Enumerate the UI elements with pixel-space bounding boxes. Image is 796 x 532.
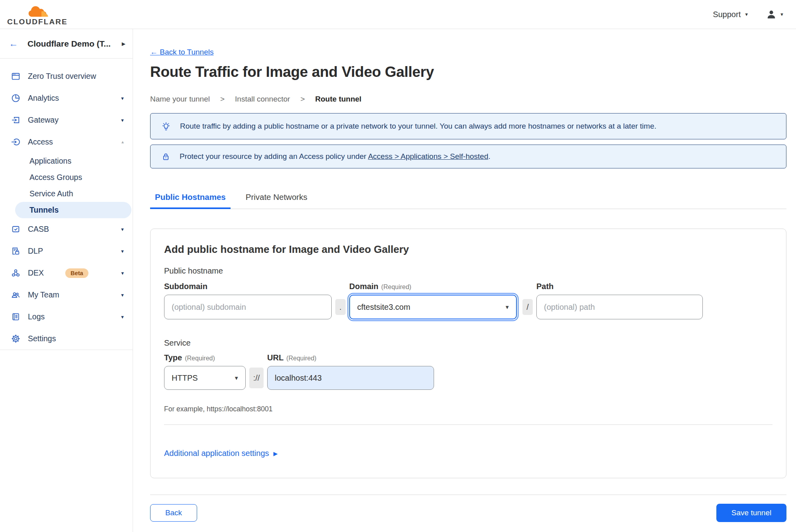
card-heading: Add public hostname for Image and Video … (164, 243, 773, 256)
gateway-icon (10, 115, 21, 125)
additional-settings-toggle[interactable]: Additional application settings ▶ (164, 449, 278, 458)
top-header: CLOUDFLARE Support ▼ ▼ (0, 0, 796, 29)
required-hint: (Required) (381, 284, 411, 290)
sidebar-item-label: CASB (28, 225, 120, 234)
support-menu[interactable]: Support ▼ (713, 10, 749, 19)
step-name-your-tunnel[interactable]: Name your tunnel (150, 95, 210, 104)
type-label: Type(Required) (164, 353, 246, 362)
domain-label: Domain(Required) (349, 282, 517, 291)
user-menu[interactable]: ▼ (766, 9, 784, 20)
main-content: ← Back to Tunnels Route Traffic for Imag… (133, 29, 796, 532)
path-label: Path (536, 282, 703, 291)
chevron-down-icon: ▼ (120, 227, 125, 232)
subdomain-input[interactable] (164, 295, 332, 319)
domain-select[interactable]: cftestsite3.com ▼ (349, 295, 517, 319)
sidebar-item-label: Tunnels (29, 205, 59, 215)
sidebar-item-tunnels[interactable]: Tunnels (15, 202, 131, 218)
support-label: Support (713, 10, 741, 19)
chevron-down-icon: ▼ (120, 96, 125, 101)
dot-separator: . (335, 299, 346, 315)
user-avatar-icon (766, 9, 776, 20)
tab-private-networks[interactable]: Private Networks (241, 192, 312, 209)
sidebar: ← Cloudflare Demo (T... ▶ Zero Trust ove… (0, 29, 133, 532)
window-icon (10, 71, 21, 82)
chevron-down-icon: ▼ (120, 249, 125, 254)
people-icon (10, 289, 21, 300)
sidebar-item-zero-trust-overview[interactable]: Zero Trust overview (0, 65, 133, 87)
sidebar-item-label: Service Auth (29, 189, 73, 198)
subdomain-label: Subdomain (164, 282, 332, 291)
tip-banner-text: Route traffic by adding a public hostnam… (180, 122, 656, 131)
step-separator: > (220, 95, 225, 104)
account-switcher[interactable]: ← Cloudflare Demo (T... ▶ (0, 29, 133, 59)
sidebar-item-label: Settings (28, 334, 125, 343)
sidebar-item-access-groups[interactable]: Access Groups (0, 169, 133, 186)
arrow-left-icon[interactable]: ← (9, 39, 18, 48)
breadcrumb-steps: Name your tunnel > Install connector > R… (150, 95, 786, 104)
hostname-row: Subdomain . Domain(Required) cftestsite3… (164, 282, 773, 319)
public-hostname-label: Public hostname (164, 266, 773, 276)
back-link-label: Back to Tunnels (160, 48, 213, 56)
service-type-select[interactable]: HTTPS ▼ (164, 366, 246, 390)
back-to-tunnels-link[interactable]: ← Back to Tunnels (150, 48, 213, 57)
chevron-up-icon: ▲ (121, 140, 125, 144)
chevron-down-icon: ▼ (234, 375, 239, 381)
brand-wordmark: CLOUDFLARE (7, 19, 64, 25)
service-label: Service (164, 338, 773, 348)
sidebar-item-settings[interactable]: Settings (0, 328, 133, 350)
sidebar-item-dex[interactable]: DEX Beta ▼ (0, 262, 133, 284)
pie-chart-icon (10, 93, 21, 104)
sidebar-item-label: Applications (29, 156, 71, 166)
sidebar-item-label: Zero Trust overview (28, 72, 125, 81)
sidebar-item-label: Analytics (28, 94, 120, 103)
domain-select-value: cftestsite3.com (357, 303, 410, 312)
save-tunnel-button[interactable]: Save tunnel (716, 504, 786, 522)
sidebar-item-label: Access (28, 137, 121, 147)
arrow-left-icon: ← (150, 48, 158, 56)
sidebar-item-casb[interactable]: CASB ▼ (0, 218, 133, 240)
tab-public-hostnames[interactable]: Public Hostnames (150, 192, 231, 209)
footer-actions: Back Save tunnel (150, 504, 786, 522)
chevron-down-icon: ▼ (120, 293, 125, 297)
casb-check-icon (10, 224, 21, 235)
sidebar-item-analytics[interactable]: Analytics ▼ (0, 87, 133, 109)
service-url-input[interactable] (267, 366, 434, 390)
path-input[interactable] (536, 295, 703, 319)
cloudflare-cloud-icon (25, 4, 52, 19)
url-example-text: For example, https://localhost:8001 (164, 405, 773, 413)
sidebar-item-applications[interactable]: Applications (0, 153, 133, 169)
chevron-down-icon: ▼ (505, 304, 510, 310)
sidebar-item-label: DLP (28, 246, 120, 256)
chevron-right-icon: ▶ (122, 41, 125, 47)
sidebar-item-access[interactable]: Access ▲ (0, 131, 133, 153)
back-button[interactable]: Back (150, 504, 197, 522)
account-name: Cloudflare Demo (T... (27, 39, 122, 49)
tip-banner: Route traffic by adding a public hostnam… (150, 113, 786, 139)
step-route-tunnel: Route tunnel (315, 95, 362, 104)
protect-banner-text: Protect your resource by adding an Acces… (180, 152, 491, 161)
cloudflare-logo[interactable]: CLOUDFLARE (7, 4, 64, 25)
gear-icon (10, 333, 21, 344)
step-install-connector[interactable]: Install connector (235, 95, 290, 104)
sidebar-item-label: Gateway (28, 115, 120, 125)
access-arrow-icon (10, 137, 21, 147)
step-separator: > (300, 95, 305, 104)
footer-divider (150, 495, 786, 495)
sidebar-item-logs[interactable]: Logs ▼ (0, 306, 133, 328)
chevron-down-icon: ▼ (780, 12, 784, 17)
additional-settings-label: Additional application settings (164, 449, 269, 458)
sidebar-item-service-auth[interactable]: Service Auth (0, 186, 133, 202)
sidebar-item-label: Logs (28, 312, 120, 321)
lightbulb-icon (161, 121, 171, 131)
lock-icon (161, 152, 171, 162)
scheme-separator: :// (249, 368, 264, 388)
sidebar-item-gateway[interactable]: Gateway ▼ (0, 109, 133, 131)
page-title: Route Traffic for Image and Video Galler… (150, 64, 786, 80)
sidebar-item-dlp[interactable]: DLP ▼ (0, 240, 133, 262)
required-hint: (Required) (286, 355, 317, 362)
protect-banner: Protect your resource by adding an Acces… (150, 145, 786, 168)
url-label: URL(Required) (267, 353, 434, 362)
chevron-down-icon: ▼ (120, 315, 125, 319)
sidebar-item-my-team[interactable]: My Team ▼ (0, 284, 133, 306)
access-applications-link[interactable]: Access > Applications > Self-hosted (368, 152, 488, 160)
